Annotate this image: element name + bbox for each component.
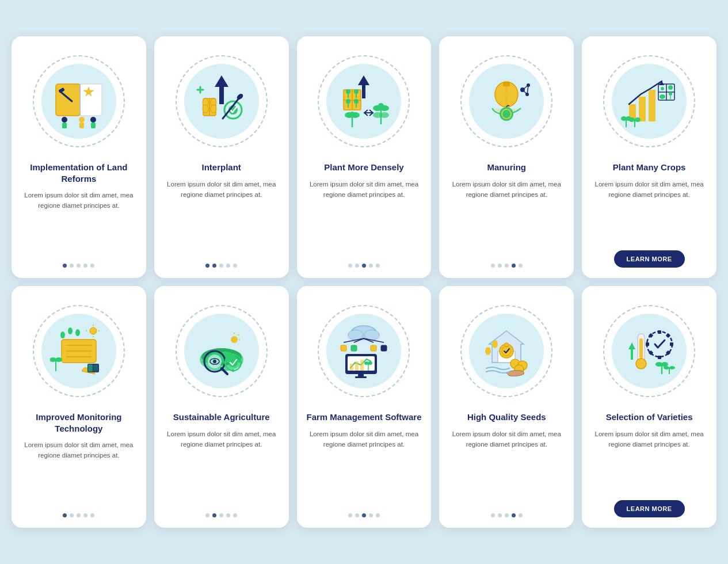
svg-line-102 <box>238 334 239 336</box>
svg-point-30 <box>346 99 350 104</box>
dot <box>226 513 230 517</box>
card-land-reforms: Implementation of Land Reforms Lorem ips… <box>12 36 146 278</box>
svg-point-107 <box>213 360 216 363</box>
svg-rect-111 <box>232 369 234 372</box>
learn-more-button-2[interactable]: LEARN MORE <box>614 500 685 517</box>
card-desc: Lorem ipsum dolor sit dim amet, mea regi… <box>21 440 137 505</box>
card-grid: Implementation of Land Reforms Lorem ips… <box>12 36 716 528</box>
svg-point-136 <box>368 361 372 365</box>
card-desc: Lorem ipsum dolor sit dim amet, mea regi… <box>163 179 280 256</box>
svg-rect-133 <box>360 360 364 371</box>
dot <box>212 264 216 268</box>
svg-rect-156 <box>658 356 661 359</box>
svg-point-154 <box>650 335 669 353</box>
svg-point-77 <box>629 117 635 122</box>
svg-point-69 <box>668 85 673 90</box>
card-icon-area <box>448 47 565 156</box>
svg-rect-113 <box>240 361 242 364</box>
dot <box>70 513 74 517</box>
dot <box>362 513 366 517</box>
dot <box>70 264 74 268</box>
card-icon-area <box>448 296 565 406</box>
dot <box>63 264 67 268</box>
interplant-icon <box>193 73 250 130</box>
card-title: Plant Many Crops <box>613 162 686 173</box>
svg-point-151 <box>636 359 646 369</box>
svg-rect-7 <box>62 123 67 128</box>
card-desc: Lorem ipsum dolor sit dim amet, mea regi… <box>448 429 565 506</box>
card-title: Selection of Varieties <box>606 411 693 423</box>
svg-point-167 <box>664 366 669 369</box>
card-dots <box>205 264 237 268</box>
card-dots <box>63 264 94 268</box>
svg-marker-152 <box>628 342 635 360</box>
dot <box>362 264 366 268</box>
land-reforms-icon <box>50 73 108 130</box>
card-dots <box>491 513 523 517</box>
svg-point-34 <box>346 89 350 94</box>
dot <box>369 513 373 517</box>
svg-rect-123 <box>371 345 376 351</box>
dot <box>63 513 67 517</box>
svg-point-10 <box>90 117 96 123</box>
svg-rect-131 <box>350 364 353 371</box>
card-dots <box>348 513 380 517</box>
dot <box>505 513 509 517</box>
dot <box>90 264 94 268</box>
dot <box>205 513 209 517</box>
card-interplant: Interplant Lorem ipsum dolor sit dim ame… <box>154 36 289 278</box>
svg-line-59 <box>523 90 527 94</box>
svg-rect-132 <box>355 361 359 371</box>
svg-rect-9 <box>79 123 84 128</box>
varieties-icon <box>620 322 678 380</box>
svg-point-88 <box>75 329 80 336</box>
dot <box>498 513 502 517</box>
svg-marker-12 <box>215 75 228 104</box>
card-icon-area <box>163 296 280 406</box>
sustainable-icon <box>193 322 250 380</box>
dot <box>219 264 223 268</box>
card-desc: Lorem ipsum dolor sit dim amet, mea regi… <box>591 179 707 243</box>
dot <box>77 513 81 517</box>
card-dots <box>348 264 380 268</box>
dot <box>205 264 209 268</box>
card-title: Farm Management Software <box>306 411 421 423</box>
dot <box>512 513 516 517</box>
dot <box>512 264 516 268</box>
card-desc: Lorem ipsum dolor sit dim amet, mea regi… <box>306 179 422 256</box>
plant-densely-icon <box>335 73 392 130</box>
svg-rect-161 <box>666 333 670 338</box>
svg-point-86 <box>60 331 65 338</box>
svg-rect-112 <box>224 361 226 364</box>
svg-point-17 <box>203 105 208 113</box>
card-dots <box>491 264 523 268</box>
card-icon-area <box>163 47 280 156</box>
svg-rect-148 <box>505 343 508 346</box>
dot <box>233 513 237 517</box>
svg-rect-1 <box>80 84 102 116</box>
card-icon-area <box>591 47 707 156</box>
card-icon-area <box>306 296 422 406</box>
svg-point-68 <box>661 87 664 90</box>
dot <box>491 513 495 517</box>
card-desc: Lorem ipsum dolor sit dim amet, mea regi… <box>448 179 565 256</box>
card-seeds: High Quality Seeds Lorem ipsum dolor sit… <box>439 286 574 528</box>
card-title: Sustainable Agriculture <box>173 411 270 423</box>
svg-rect-95 <box>88 364 93 372</box>
svg-point-141 <box>485 347 491 355</box>
card-title: Interplant <box>202 162 241 173</box>
learn-more-button-1[interactable]: LEARN MORE <box>614 250 685 268</box>
card-desc: Lorem ipsum dolor sit dim amet, mea regi… <box>163 429 280 506</box>
svg-point-99 <box>231 336 238 343</box>
svg-rect-138 <box>355 376 367 378</box>
svg-rect-63 <box>649 90 655 121</box>
manuring-icon <box>478 73 535 130</box>
svg-point-46 <box>378 103 384 109</box>
svg-point-168 <box>669 366 675 369</box>
dot <box>376 513 380 517</box>
plant-crops-icon <box>620 73 678 130</box>
card-manuring: Manuring Lorem ipsum dolor sit dim amet,… <box>439 36 574 278</box>
card-icon-area <box>21 296 137 406</box>
svg-point-48 <box>380 112 389 118</box>
card-title: High Quality Seeds <box>467 411 546 423</box>
